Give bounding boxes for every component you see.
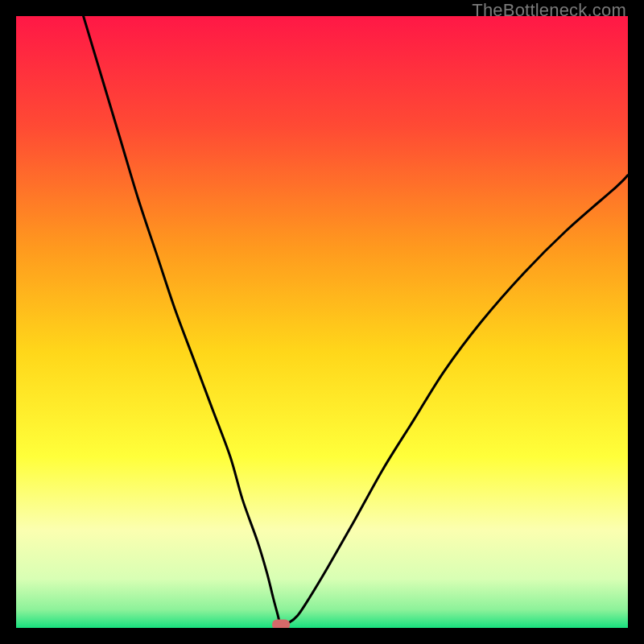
- optimum-marker: [272, 619, 290, 628]
- chart-gradient-bg: [16, 16, 628, 628]
- bottleneck-chart: [16, 16, 628, 628]
- chart-frame: [16, 16, 628, 628]
